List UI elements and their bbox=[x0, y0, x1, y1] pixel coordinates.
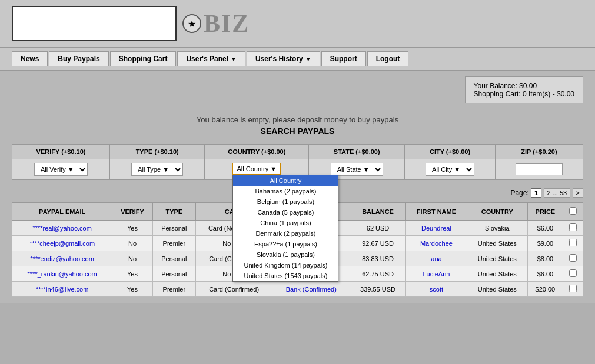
country-dropdown-open: All Country Bahamas (2 paypals) Belgium … bbox=[232, 175, 338, 282]
country-option-uk[interactable]: United Kingdom (14 paypals) bbox=[233, 260, 338, 271]
row-checkbox[interactable] bbox=[569, 239, 577, 246]
country-option-all[interactable]: All Country bbox=[233, 175, 338, 186]
filter-header-zip: ZIP (+$0.20) bbox=[495, 145, 583, 159]
country-option-us[interactable]: United States (1543 paypals) bbox=[233, 271, 338, 281]
nav-users-history[interactable]: User's History ▼ bbox=[247, 51, 320, 66]
th-paypal-email: PAYPAL EMAIL bbox=[12, 203, 112, 221]
th-price: PRICE bbox=[527, 203, 563, 221]
nav-support[interactable]: Support bbox=[321, 51, 366, 66]
warning-message: You balance is empty, please deposit mon… bbox=[12, 115, 583, 124]
filter-zip-cell bbox=[495, 159, 583, 180]
cart-label: Shopping Cart: 0 Item(s) - $0.00 bbox=[474, 90, 574, 98]
country-option-slovakia[interactable]: Slovakia (1 paypals) bbox=[233, 249, 338, 260]
th-checkbox bbox=[563, 203, 583, 221]
nav-logout[interactable]: Logout bbox=[367, 51, 409, 66]
th-balance: BALANCE bbox=[350, 203, 406, 221]
cell-firstname: scott bbox=[405, 282, 467, 297]
th-first-name: FIRST NAME bbox=[405, 203, 467, 221]
firstname-link[interactable]: Mardochee bbox=[420, 240, 453, 247]
balance-box: Your Balance: $0.00 Shopping Cart: 0 Ite… bbox=[465, 76, 583, 103]
cell-email: ****real@yahoo.com bbox=[12, 221, 112, 236]
filter-header-city: CITY (+$0.00) bbox=[405, 145, 496, 159]
country-select-button[interactable]: All Country ▼ bbox=[232, 163, 281, 175]
email-link[interactable]: ****_rankin@yahoo.com bbox=[28, 271, 97, 278]
row-checkbox[interactable] bbox=[569, 254, 577, 262]
country-option-canada[interactable]: Canada (5 paypals) bbox=[233, 207, 338, 218]
email-link[interactable]: ****real@yahoo.com bbox=[32, 225, 91, 232]
filter-header-state: STATE (+$0.00) bbox=[309, 145, 405, 159]
country-option-china[interactable]: China (1 paypals) bbox=[233, 218, 338, 228]
cell-verify: No bbox=[112, 251, 152, 266]
cell-balance: 339.55 USD bbox=[350, 282, 406, 297]
nav-shopping-cart[interactable]: Shopping Cart bbox=[110, 51, 177, 66]
nav-news[interactable]: News bbox=[12, 51, 48, 66]
email-link[interactable]: ****endiz@yahoo.com bbox=[30, 255, 94, 262]
cell-bank: Bank (Confirmed) bbox=[272, 282, 350, 297]
cell-email: ****endiz@yahoo.com bbox=[12, 251, 112, 266]
firstname-link[interactable]: Deundreal bbox=[421, 225, 451, 232]
row-checkbox[interactable] bbox=[569, 285, 577, 292]
cell-type: Premier bbox=[152, 236, 195, 251]
th-verify: VERIFY bbox=[112, 203, 152, 221]
cell-checkbox bbox=[563, 221, 583, 236]
country-option-belgium[interactable]: Belgium (1 paypals) bbox=[233, 196, 338, 207]
firstname-link[interactable]: ana bbox=[431, 255, 441, 262]
filter-header-verify: VERIFY (+$0.10) bbox=[12, 145, 110, 159]
page-1-link[interactable]: 1 bbox=[531, 188, 541, 198]
cell-email: ****in46@live.com bbox=[12, 282, 112, 297]
firstname-link[interactable]: LucieAnn bbox=[423, 271, 450, 278]
row-checkbox[interactable] bbox=[569, 223, 577, 231]
cell-country: Slovakia bbox=[467, 221, 528, 236]
row-checkbox[interactable] bbox=[569, 269, 577, 277]
logo-area: ★ BIZ bbox=[0, 0, 595, 47]
firstname-link[interactable]: scott bbox=[430, 286, 443, 293]
cell-checkbox bbox=[563, 266, 583, 282]
zip-input[interactable] bbox=[516, 163, 563, 175]
cell-type: Personal bbox=[152, 221, 195, 236]
country-option-denmark[interactable]: Denmark (2 paypals) bbox=[233, 228, 338, 239]
users-panel-arrow-icon: ▼ bbox=[231, 56, 237, 62]
cell-email: ****_rankin@yahoo.com bbox=[12, 266, 112, 282]
city-select[interactable]: All City ▼ bbox=[426, 163, 474, 176]
page-next-link[interactable]: > bbox=[573, 188, 583, 198]
email-link[interactable]: ****cheejp@gmail.com bbox=[29, 240, 95, 247]
cell-price: $6.00 bbox=[527, 221, 563, 236]
nav-buy-paypals[interactable]: Buy Paypals bbox=[49, 51, 108, 66]
users-history-arrow-icon: ▼ bbox=[305, 56, 311, 62]
th-type: TYPE bbox=[152, 203, 195, 221]
country-option-bahamas[interactable]: Bahamas (2 paypals) bbox=[233, 186, 338, 196]
bank-link[interactable]: Bank (Confirmed) bbox=[286, 286, 337, 293]
cell-price: $8.00 bbox=[527, 251, 563, 266]
state-select[interactable]: All State ▼ bbox=[331, 163, 383, 176]
table-row: ****in46@live.com Yes Premier Card (Conf… bbox=[12, 282, 583, 297]
cell-type: Premier bbox=[152, 282, 195, 297]
email-link[interactable]: ****in46@live.com bbox=[36, 286, 88, 293]
verify-select[interactable]: All Verify ▼ bbox=[34, 163, 88, 176]
country-option-espana[interactable]: Espa??±a (1 paypals) bbox=[233, 239, 338, 249]
logo-input-box bbox=[12, 6, 177, 41]
main-content: Your Balance: $0.00 Shopping Cart: 0 Ite… bbox=[0, 71, 595, 303]
country-dropdown-container: All Country ▼ All Country Bahamas (2 pay… bbox=[232, 163, 281, 175]
cell-checkbox bbox=[563, 251, 583, 266]
message-area: You balance is empty, please deposit mon… bbox=[12, 109, 583, 138]
cell-checkbox bbox=[563, 282, 583, 297]
cell-balance: 83.83 USD bbox=[350, 251, 406, 266]
cell-balance: 62.75 USD bbox=[350, 266, 406, 282]
logo-biz-text: BIZ bbox=[204, 9, 250, 38]
filter-type-cell: All Type ▼ bbox=[109, 159, 204, 180]
cell-card: Card (Confirmed) bbox=[195, 282, 272, 297]
cell-price: $9.00 bbox=[527, 236, 563, 251]
filter-country-cell: All Country ▼ All Country Bahamas (2 pay… bbox=[205, 159, 309, 180]
nav-bar: News Buy Paypals Shopping Cart User's Pa… bbox=[0, 47, 595, 71]
cell-verify: Yes bbox=[112, 266, 152, 282]
cell-type: Personal bbox=[152, 266, 195, 282]
cell-firstname: LucieAnn bbox=[405, 266, 467, 282]
type-select[interactable]: All Type ▼ bbox=[131, 163, 183, 176]
cell-country: United States bbox=[467, 282, 528, 297]
page-2-link[interactable]: 2 ... 53 bbox=[544, 188, 571, 198]
nav-users-panel[interactable]: User's Panel ▼ bbox=[177, 51, 245, 66]
select-all-checkbox[interactable] bbox=[569, 207, 577, 215]
cell-email: ****cheejp@gmail.com bbox=[12, 236, 112, 251]
cell-checkbox bbox=[563, 236, 583, 251]
logo-star-icon: ★ bbox=[182, 14, 201, 33]
